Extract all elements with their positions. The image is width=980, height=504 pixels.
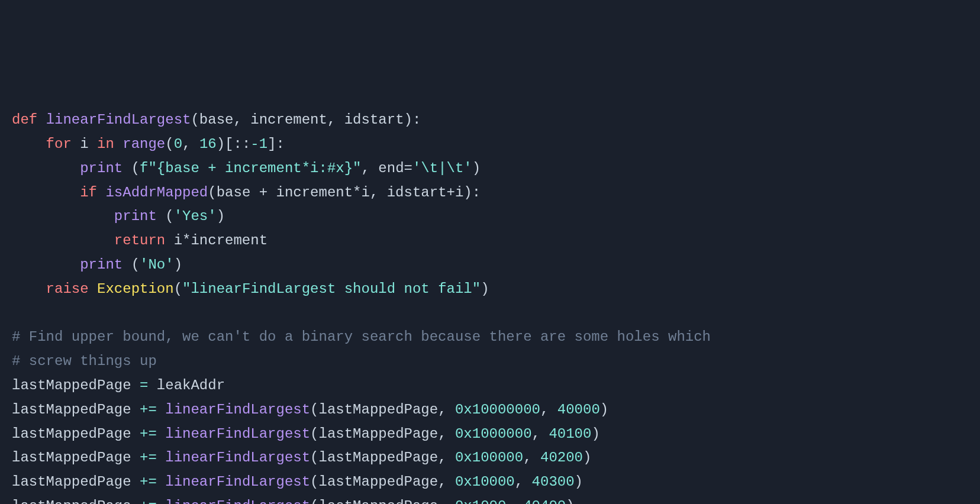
close-paren: ) — [174, 257, 182, 273]
open-paren: ( — [122, 257, 140, 273]
close-paren: ) — [472, 160, 481, 176]
plus-assign-operator: += — [140, 402, 157, 418]
code-line-15: lastMappedPage += linearFindLargest(last… — [12, 450, 591, 466]
number-literal: 40000 — [557, 402, 600, 418]
comma: , — [515, 474, 532, 490]
number-literal: 40300 — [532, 474, 575, 490]
function-call: linearFindLargest — [157, 426, 310, 442]
exception-class: Exception — [89, 281, 174, 297]
open-paren: ( — [157, 208, 174, 224]
comma: , — [182, 136, 199, 152]
hex-literal: 0x10000 — [455, 474, 515, 490]
number-literal: 40200 — [540, 450, 583, 466]
code-line-2: for i in range(0, 16)[::-1]: — [12, 136, 285, 152]
var-leakaddr: leakAddr — [148, 377, 225, 393]
code-line-1: def linearFindLargest(base, increment, i… — [12, 112, 421, 128]
close-paren: ) — [481, 281, 489, 297]
indent — [12, 185, 80, 201]
function-call: linearFindLargest — [157, 402, 310, 418]
code-line-10: # Find upper bound, we can't do a binary… — [12, 329, 711, 345]
comma-end: , end= — [362, 160, 412, 176]
var-lastmappedpage: lastMappedPage — [12, 377, 140, 393]
args: (base + increment*i, idstart+i): — [208, 185, 481, 201]
comment-line-1: # Find upper bound, we can't do a binary… — [12, 329, 711, 345]
hex-literal: 0x100000 — [455, 450, 523, 466]
number-sixteen: 16 — [199, 136, 217, 152]
plus-assign-operator: += — [140, 498, 157, 504]
indent — [12, 136, 46, 152]
close-paren: ) — [575, 474, 583, 490]
comma: , — [523, 450, 540, 466]
var-lastmappedpage: lastMappedPage — [12, 402, 140, 418]
indent — [12, 257, 80, 273]
code-line-4: if isAddrMapped(base + increment*i, idst… — [12, 185, 481, 201]
builtin-print: print — [80, 160, 122, 176]
close-paren: ) — [591, 426, 599, 442]
open-args: (lastMappedPage, — [310, 474, 455, 490]
builtin-print: print — [114, 208, 157, 224]
close-paren: ) — [566, 498, 574, 504]
code-line-5: print ('Yes') — [12, 208, 225, 224]
params: (base, increment, idstart): — [191, 112, 421, 128]
keyword-in: in — [97, 136, 114, 152]
open-args: (lastMappedPage, — [310, 450, 455, 466]
close-paren: ) — [217, 208, 225, 224]
indent — [12, 160, 80, 176]
end-string: '\t|\t' — [412, 160, 472, 176]
comma: , — [540, 402, 557, 418]
code-line-3: print (f"{base + increment*i:#x}", end='… — [12, 160, 481, 176]
assign-operator: = — [140, 377, 148, 393]
comma: , — [532, 426, 549, 442]
string-yes: 'Yes' — [174, 208, 217, 224]
code-line-12: lastMappedPage = leakAddr — [12, 377, 225, 393]
loop-var: i — [72, 136, 97, 152]
fstring: f"{base + increment*i:#x}" — [140, 160, 361, 176]
keyword-for: for — [46, 136, 72, 152]
code-line-14: lastMappedPage += linearFindLargest(last… — [12, 426, 600, 442]
hex-literal: 0x10000000 — [455, 402, 540, 418]
code-line-11: # screw things up — [12, 353, 157, 369]
open-paren: ( — [122, 160, 140, 176]
number-literal: 40400 — [523, 498, 566, 504]
hex-literal: 0x1000000 — [455, 426, 532, 442]
indent — [12, 232, 114, 248]
slice-close: ]: — [267, 136, 285, 152]
code-line-17: lastMappedPage += linearFindLargest(last… — [12, 498, 575, 504]
keyword-raise: raise — [46, 281, 89, 297]
plus-assign-operator: += — [140, 450, 157, 466]
function-call: linearFindLargest — [157, 498, 310, 504]
return-expr: i*increment — [165, 232, 267, 248]
code-block: def linearFindLargest(base, increment, i… — [12, 108, 968, 504]
keyword-if: if — [80, 185, 97, 201]
plus-assign-operator: += — [140, 474, 157, 490]
number-minus-one: -1 — [250, 136, 267, 152]
var-lastmappedpage: lastMappedPage — [12, 426, 140, 442]
close-paren: ) — [583, 450, 591, 466]
close-paren: ) — [600, 402, 608, 418]
builtin-print: print — [80, 257, 122, 273]
function-call: linearFindLargest — [157, 450, 310, 466]
function-call: isAddrMapped — [97, 185, 208, 201]
indent — [12, 208, 114, 224]
open-args: (lastMappedPage, — [310, 426, 455, 442]
slice-open: )[:: — [217, 136, 251, 152]
number-literal: 40100 — [549, 426, 591, 442]
comma: , — [506, 498, 523, 504]
comment-line-2: # screw things up — [12, 353, 157, 369]
number-zero: 0 — [174, 136, 182, 152]
var-lastmappedpage: lastMappedPage — [12, 450, 140, 466]
function-name: linearFindLargest — [46, 112, 191, 128]
code-line-6: return i*increment — [12, 232, 267, 248]
code-line-8: raise Exception("linearFindLargest shoul… — [12, 281, 489, 297]
code-line-16: lastMappedPage += linearFindLargest(last… — [12, 474, 583, 490]
code-line-7: print ('No') — [12, 257, 182, 273]
indent — [12, 281, 46, 297]
keyword-def: def — [12, 112, 37, 128]
open-paren: ( — [174, 281, 182, 297]
open-args: (lastMappedPage, — [310, 498, 455, 504]
code-line-13: lastMappedPage += linearFindLargest(last… — [12, 402, 608, 418]
keyword-return: return — [114, 232, 165, 248]
open-paren: ( — [165, 136, 173, 152]
plus-assign-operator: += — [140, 426, 157, 442]
exception-message: "linearFindLargest should not fail" — [182, 281, 481, 297]
